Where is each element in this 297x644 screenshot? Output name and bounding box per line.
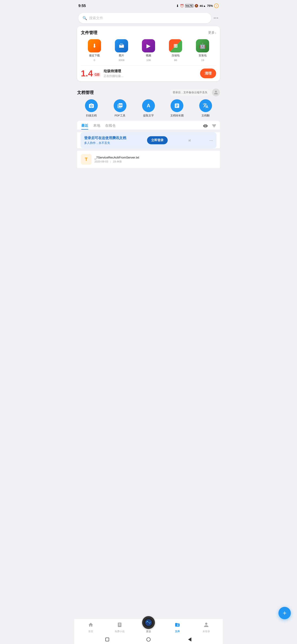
- scan-label: 扫描文档: [86, 114, 97, 118]
- video-label: 视频: [146, 54, 151, 58]
- file-info: _7ServiceRecAckFromServer.txt 2020-08-03…: [94, 156, 216, 163]
- apk-icon: 🤖: [196, 39, 209, 52]
- tab-recent[interactable]: 最近: [81, 123, 88, 130]
- login-promo-text: 登录后可在这使用腾讯文档 多人协作，永不丢失: [84, 136, 126, 145]
- login-promo-more-icon[interactable]: ···: [209, 138, 213, 143]
- file-thumb: T: [81, 154, 92, 165]
- clean-button[interactable]: 清理: [200, 68, 216, 78]
- apk-label: 安装包: [199, 54, 207, 58]
- image-icon: 🏔: [115, 39, 128, 52]
- file-manager-more-button[interactable]: 更多 ›: [208, 30, 216, 35]
- doc-login-hint: 登录后，文件备份云端不丢失: [170, 88, 220, 96]
- apk-count: 19: [201, 58, 204, 62]
- search-bar[interactable]: 🔍 搜索文件: [78, 13, 211, 23]
- status-time: 9:55: [78, 4, 86, 8]
- file-manager-title: 文件管理: [81, 30, 97, 36]
- file-category-apk[interactable]: 🤖 安装包 19: [189, 39, 216, 62]
- search-placeholder: 搜索文件: [89, 16, 103, 20]
- file-size: 19.4KB: [113, 160, 122, 163]
- table-row[interactable]: T _7ServiceRecAckFromServer.txt 2020-08-…: [77, 151, 220, 168]
- status-bar: 9:55 ⬇ ⏰ VoLTE 🔕 4G▲ 75% +: [74, 0, 223, 11]
- view-toggle-icon[interactable]: [203, 124, 208, 130]
- zip-icon: ⊞: [169, 39, 182, 52]
- search-icon: 🔍: [82, 16, 87, 20]
- file-category-video[interactable]: ▶ 视频 108: [135, 39, 162, 62]
- doc-tool-pdf[interactable]: PDF工具: [106, 99, 134, 118]
- signal-icon: 4G▲: [200, 4, 206, 8]
- login-promo-title: 登录后可在这使用腾讯文档: [84, 136, 126, 140]
- login-now-button[interactable]: 立即登录: [147, 136, 168, 144]
- extract-label: 提取文字: [143, 114, 154, 118]
- translate-label: 文档翻: [202, 114, 210, 118]
- file-meta: 2020-08-03 | 19.4KB: [94, 160, 216, 163]
- pdf-label: PDF工具: [115, 114, 125, 118]
- search-container: 🔍 搜索文件 ···: [74, 11, 223, 26]
- file-date: 2020-08-03: [94, 160, 108, 163]
- battery-plus-icon: +: [214, 4, 219, 8]
- trash-size: 1.4 GB: [81, 69, 101, 78]
- alarm-icon: ⏰: [180, 4, 184, 8]
- volte-icon: VoLTE: [185, 4, 193, 8]
- file-category-image[interactable]: 🏔 图片 3008: [108, 39, 135, 62]
- file-list: T _7ServiceRecAckFromServer.txt 2020-08-…: [77, 151, 220, 168]
- status-icons: ⬇ ⏰ VoLTE 🔕 4G▲ 75% +: [176, 4, 219, 8]
- file-manager-header: 文件管理 更多 ›: [81, 30, 216, 36]
- mute-icon: 🔕: [195, 4, 198, 8]
- battery-text: 75%: [207, 4, 213, 8]
- avatar[interactable]: [212, 88, 220, 96]
- doc-tools-row: 扫描文档 PDF工具 A 提取文字 文档转长图: [77, 99, 220, 118]
- download-icon: ⬇: [88, 39, 101, 52]
- trash-subtitle: 正在扫描垃圾...: [103, 74, 197, 78]
- doc-tool-scan[interactable]: 扫描文档: [77, 99, 106, 118]
- zip-label: 压缩包: [172, 54, 180, 58]
- download-status-icon: ⬇: [176, 4, 179, 8]
- doc-tool-extract[interactable]: A 提取文字: [134, 99, 163, 118]
- file-manager-card: 文件管理 更多 › ⬇ 最近下载 0 🏔 图片 3008: [77, 26, 220, 81]
- download-label: 最近下载: [89, 54, 100, 58]
- trash-size-number: 1.4: [81, 69, 93, 78]
- video-count: 108: [146, 58, 151, 62]
- chevron-right-icon: ›: [215, 31, 216, 34]
- doc-manager-header: 文档管理 登录后，文件备份云端不丢失: [77, 88, 220, 96]
- doc-manager-title: 文档管理: [77, 90, 94, 95]
- doc-login-badge: 登录后，文件备份云端不丢失: [170, 90, 210, 96]
- download-count: 0: [94, 58, 95, 62]
- trash-section: 1.4 GB 垃圾待清理 正在扫描垃圾... 清理: [81, 66, 216, 78]
- file-category-zip[interactable]: ⊞ 压缩包 86: [162, 39, 189, 62]
- pdf-icon: [114, 99, 126, 112]
- file-name: _7ServiceRecAckFromServer.txt: [94, 156, 216, 159]
- trash-info: 垃圾待清理 正在扫描垃圾...: [103, 69, 197, 78]
- image-count: 3008: [118, 58, 124, 62]
- more-menu-button[interactable]: ···: [214, 16, 219, 21]
- login-promo-sub: 多人协作，永不丢失: [84, 141, 126, 145]
- login-promo-ext: xt: [189, 139, 191, 142]
- doc-tool-translate[interactable]: 文档翻: [191, 99, 220, 118]
- doclong-icon: [171, 99, 183, 112]
- trash-size-unit: GB: [93, 72, 101, 77]
- doc-tool-doclong[interactable]: 文档转长图: [163, 99, 191, 118]
- file-category-download[interactable]: ⬇ 最近下载 0: [81, 39, 108, 62]
- doclong-label: 文档转长图: [170, 114, 184, 118]
- translate-icon: [199, 99, 212, 112]
- doc-tabs: 最近 本地 在线仓: [80, 123, 117, 130]
- image-label: 图片: [119, 54, 124, 58]
- video-icon: ▶: [142, 39, 155, 52]
- file-icons-grid: ⬇ 最近下载 0 🏔 图片 3008 ▶ 视频 108: [81, 39, 216, 62]
- tab-local[interactable]: 本地: [93, 123, 100, 130]
- tabs-actions: [203, 124, 217, 130]
- tab-online[interactable]: 在线仓: [105, 123, 116, 130]
- scan-icon: [85, 99, 98, 112]
- filter-icon[interactable]: [212, 124, 217, 130]
- login-promo-banner: 登录后可在这使用腾讯文档 多人协作，永不丢失 立即登录 xt ···: [80, 132, 217, 148]
- trash-title: 垃圾待清理: [103, 69, 197, 74]
- extract-icon: A: [142, 99, 155, 112]
- zip-count: 86: [174, 58, 177, 62]
